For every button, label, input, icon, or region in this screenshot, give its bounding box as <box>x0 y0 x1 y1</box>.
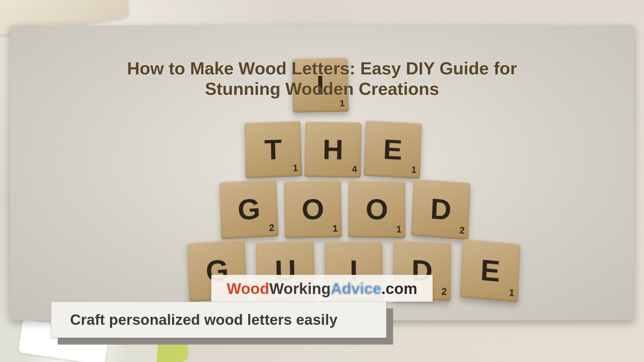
video-title: How to Make Wood Letters: Easy DIY Guide… <box>127 58 517 100</box>
tile-D: D 2 <box>411 179 471 240</box>
tile-O2: O 1 <box>348 180 406 238</box>
tile-E: E 1 <box>363 120 422 179</box>
tile-G: G 2 <box>219 179 279 239</box>
tile-H: H 4 <box>304 121 362 178</box>
tile-E2: E 1 <box>460 239 521 302</box>
title-line-2: Stunning Wooden Creations <box>127 79 517 99</box>
video-frame[interactable]: I 1 T 1 H 4 E 1 G 2 O 1 O 1 D <box>10 25 634 320</box>
watermark-text: WoodWorkingAdvice.com <box>227 280 417 297</box>
watermark-box: WoodWorkingAdvice.com <box>211 275 433 302</box>
tile-T: T 1 <box>245 121 302 178</box>
caption-banner: Craft personalized wood letters easily <box>51 302 386 338</box>
title-line-1: How to Make Wood Letters: Easy DIY Guide… <box>127 59 517 78</box>
caption-text: Craft personalized wood letters easily <box>70 311 337 328</box>
tile-O: O 1 <box>284 180 342 238</box>
